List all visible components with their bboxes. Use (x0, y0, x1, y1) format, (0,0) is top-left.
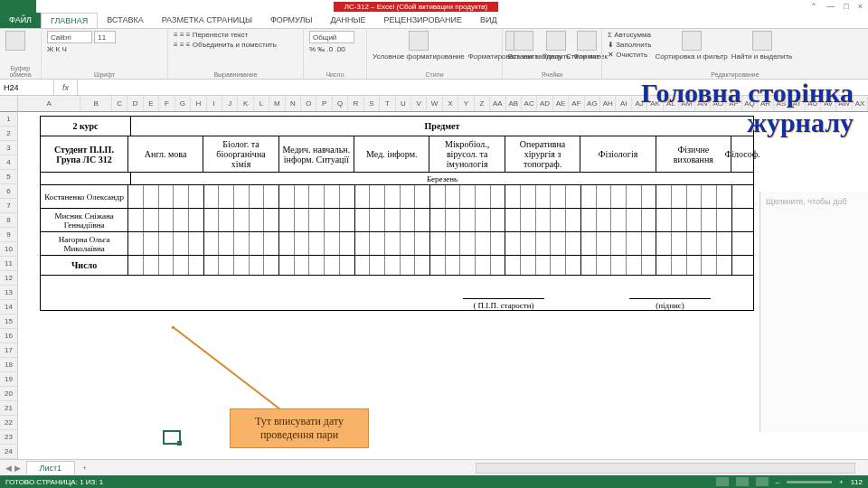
col-header[interactable]: W (427, 96, 442, 111)
row-header[interactable]: 22 (0, 416, 17, 430)
delete-cells-icon[interactable] (546, 31, 566, 51)
view-normal-icon[interactable] (716, 477, 729, 486)
wrap-text[interactable]: Перенести текст (193, 31, 249, 39)
col-header[interactable]: N (286, 96, 301, 111)
view-layout-icon[interactable] (736, 477, 749, 486)
col-header[interactable]: E (144, 96, 159, 111)
paste-icon[interactable] (5, 31, 25, 51)
col-header[interactable]: AF (569, 96, 584, 111)
col-header[interactable]: Y (458, 96, 474, 111)
row-header[interactable]: 10 (0, 242, 17, 257)
row-header[interactable]: 18 (0, 358, 17, 372)
row-header[interactable]: 20 (0, 387, 17, 401)
col-header[interactable]: AD (537, 96, 552, 111)
col-header[interactable]: D (127, 96, 143, 111)
name-box[interactable]: H24 (0, 80, 54, 95)
row-header[interactable]: 23 (0, 430, 17, 445)
font-style-buttons[interactable]: Ж К Ч (47, 45, 67, 53)
col-header[interactable]: H (191, 96, 206, 111)
row-header[interactable]: 4 (0, 155, 17, 170)
find-select-icon[interactable] (752, 31, 772, 51)
close-button[interactable]: × (858, 2, 863, 11)
sheet-tab[interactable]: Лист1 (26, 461, 76, 474)
row-header[interactable]: 9 (0, 228, 17, 242)
tab-data[interactable]: ДАННЫЕ (321, 13, 374, 28)
col-header[interactable]: S (364, 96, 380, 111)
col-header[interactable]: T (380, 96, 395, 111)
row-header[interactable]: 16 (0, 329, 17, 343)
row-header[interactable]: 11 (0, 257, 17, 271)
tab-home[interactable]: ГЛАВНАЯ (41, 13, 98, 28)
zoom-in[interactable]: + (839, 478, 844, 486)
fx-icon[interactable]: fx (54, 80, 78, 95)
col-header[interactable]: X (443, 96, 458, 111)
ribbon-toggle-icon[interactable]: ⌃ (810, 2, 817, 11)
col-header[interactable]: G (175, 96, 191, 111)
sheet-nav[interactable]: ◀ ▶ (0, 464, 26, 473)
col-header[interactable]: O (301, 96, 316, 111)
row-header[interactable]: 14 (0, 300, 17, 314)
col-header[interactable]: I (207, 96, 222, 111)
tab-page-layout[interactable]: РАЗМЕТКА СТРАНИЦЫ (153, 13, 261, 28)
row-header[interactable]: 1 (0, 112, 17, 127)
number-format[interactable]: Общий (309, 31, 354, 43)
autosum[interactable]: Автосумма (614, 31, 651, 39)
col-header[interactable]: K (238, 96, 253, 111)
merge-center[interactable]: Объединить и поместить (193, 41, 277, 49)
col-header[interactable]: F (159, 96, 175, 111)
fill[interactable]: Заполнить (616, 41, 651, 49)
row-header[interactable]: 7 (0, 199, 17, 213)
cond-format-icon[interactable] (409, 31, 429, 51)
font-size[interactable]: 11 (94, 31, 116, 43)
zoom-slider[interactable] (787, 481, 832, 483)
zoom-value[interactable]: 112 (851, 478, 863, 486)
row-header[interactable]: 6 (0, 184, 17, 199)
col-header[interactable]: M (269, 96, 285, 111)
col-header[interactable]: AC (522, 96, 537, 111)
col-header[interactable]: AI (616, 96, 631, 111)
col-header[interactable]: AB (506, 96, 522, 111)
insert-cells-icon[interactable] (514, 31, 533, 51)
col-header[interactable]: AA (490, 96, 505, 111)
row-headers[interactable]: 123456789101112131415161718192021222324 (0, 96, 18, 461)
format-cells-icon[interactable] (577, 31, 597, 51)
horizontal-scrollbar[interactable] (476, 463, 855, 474)
zoom-out[interactable]: – (776, 478, 779, 486)
col-header[interactable]: J (222, 96, 238, 111)
col-header[interactable]: Z (475, 96, 490, 111)
number-buttons[interactable]: % ‰ .0 .00 (309, 45, 345, 53)
row-header[interactable]: 8 (0, 213, 17, 228)
row-header[interactable]: 5 (0, 170, 17, 184)
tab-formulas[interactable]: ФОРМУЛЫ (261, 13, 322, 28)
col-header[interactable]: P (316, 96, 332, 111)
minimize-button[interactable]: — (826, 2, 835, 11)
row-header[interactable]: 21 (0, 401, 17, 416)
col-header[interactable]: Q (333, 96, 348, 111)
tab-file[interactable]: ФАЙЛ (0, 13, 41, 28)
add-sheet-button[interactable]: + (75, 464, 94, 473)
worksheet-area[interactable]: 123456789101112131415161718192021222324 … (0, 96, 868, 461)
tab-view[interactable]: ВИД (471, 13, 506, 28)
quick-access[interactable] (0, 0, 36, 13)
row-header[interactable]: 24 (0, 445, 17, 459)
row-header[interactable]: 3 (0, 141, 17, 155)
row-header[interactable]: 13 (0, 286, 17, 300)
col-header[interactable]: R (348, 96, 363, 111)
tab-review[interactable]: РЕЦЕНЗИРОВАНИЕ (375, 13, 472, 28)
col-header[interactable]: AG (585, 96, 600, 111)
tab-insert[interactable]: ВСТАВКА (98, 13, 152, 28)
maximize-button[interactable]: □ (844, 2, 848, 11)
col-header[interactable]: L (254, 96, 269, 111)
row-header[interactable]: 12 (0, 271, 17, 286)
col-header[interactable]: AH (600, 96, 616, 111)
row-header[interactable]: 15 (0, 314, 17, 329)
col-header[interactable]: AX (853, 96, 868, 111)
view-break-icon[interactable] (756, 477, 769, 486)
col-header[interactable]: AE (553, 96, 569, 111)
row-header[interactable]: 2 (0, 127, 17, 141)
col-header[interactable]: V (411, 96, 427, 111)
clear[interactable]: Очистить (616, 51, 647, 59)
font-name[interactable]: Calibri (47, 31, 92, 43)
col-header[interactable]: U (396, 96, 411, 111)
row-header[interactable]: 17 (0, 343, 17, 358)
